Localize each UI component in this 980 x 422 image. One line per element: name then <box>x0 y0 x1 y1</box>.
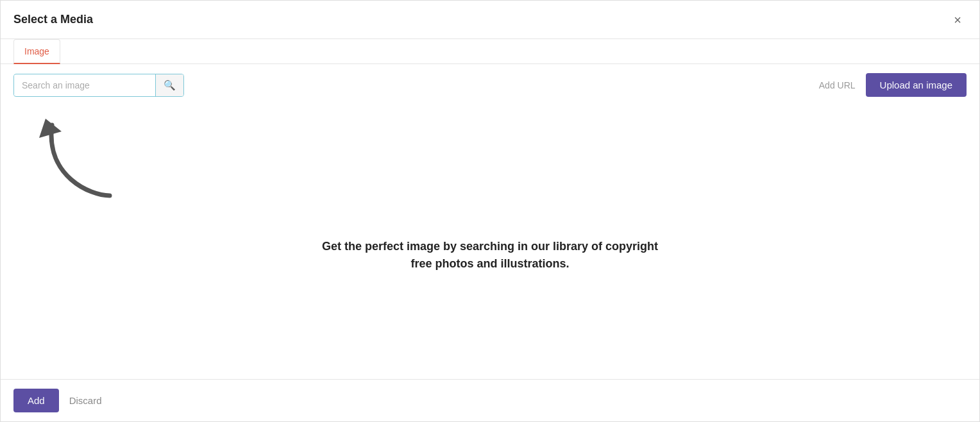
tab-image[interactable]: Image <box>13 39 60 64</box>
arrow-area <box>26 112 155 228</box>
search-input[interactable] <box>14 75 155 96</box>
close-button[interactable]: × <box>949 11 967 29</box>
tabs-row: Image <box>1 39 979 64</box>
select-media-modal: Select a Media × Image 🔍 Add URL Upload … <box>0 0 980 422</box>
upload-button[interactable]: Upload an image <box>866 73 967 97</box>
modal-footer: Add Discard <box>1 379 979 421</box>
discard-button[interactable]: Discard <box>69 395 102 406</box>
arrow-icon <box>26 112 129 215</box>
search-group: 🔍 <box>13 74 184 97</box>
toolbar: 🔍 Add URL Upload an image <box>1 64 979 106</box>
add-url-button[interactable]: Add URL <box>819 80 856 90</box>
add-button[interactable]: Add <box>13 389 59 412</box>
search-icon: 🔍 <box>164 80 176 90</box>
right-actions: Add URL Upload an image <box>819 73 967 97</box>
hint-text: Get the perfect image by searching in ou… <box>310 238 670 273</box>
main-content: Get the perfect image by searching in ou… <box>1 106 979 379</box>
modal-header: Select a Media × <box>1 1 979 39</box>
search-button[interactable]: 🔍 <box>155 74 183 96</box>
modal-title: Select a Media <box>13 13 93 26</box>
